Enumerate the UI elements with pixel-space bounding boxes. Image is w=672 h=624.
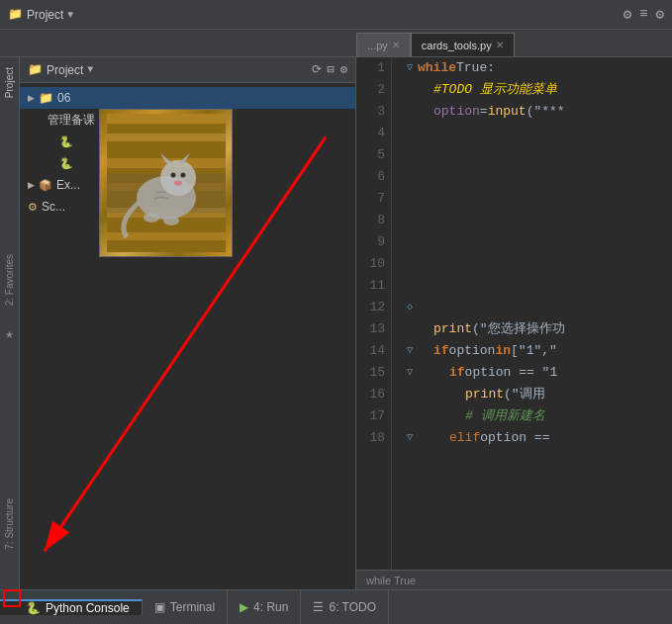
tab-cards-tools[interactable]: cards_tools.py ✕ [411,33,515,56]
code-line-17: # 调用新建名 [402,405,662,427]
line-num-2: 2 [362,79,385,101]
structure-label[interactable]: 7: Structure [4,498,15,550]
todo-tab[interactable]: ☰ 6: TODO [301,590,389,624]
svg-point-13 [180,173,185,178]
sc-icon: ⚙ [28,201,38,214]
tree-item-06[interactable]: ▶ 📁 06 [20,87,355,109]
fold-18: ▽ [402,427,418,449]
fold-12: ◇ [402,297,418,318]
top-bar: 📁 Project ▼ ⚙ ≡ ⚙ [0,0,672,30]
line-num-13: 13 [362,318,385,340]
code-line-10 [402,253,662,275]
cat-placeholder [100,110,232,256]
project-panel-title: Project [47,63,83,77]
tab-py-close[interactable]: ✕ [392,40,400,50]
code-line-18: ▽ elif option == [402,427,662,449]
line-num-4: 4 [362,123,385,144]
favorites-label[interactable]: 2: Favorites [4,254,15,306]
code-area[interactable]: ▽ while True: #TODO 显示功能菜单 option = inpu… [392,57,672,570]
code-line-9 [402,231,662,253]
tab-cards-close[interactable]: ✕ [496,40,504,50]
python-icon: 🐍 [26,601,41,615]
fold-1: ▽ [402,57,418,79]
line-num-8: 8 [362,210,385,231]
code-line-2: #TODO 显示功能菜单 [402,79,662,101]
fold-14: ▽ [402,340,418,362]
project-icon: 📁 [8,7,23,22]
tab-bar: ...py ✕ cards_tools.py ✕ [0,30,672,57]
code-line-15: ▽ if option == "1 [402,362,662,384]
folder-06-label: 06 [57,91,70,105]
python-console-label: Python Console [46,601,130,615]
project-arrow[interactable]: ▼ [65,9,75,20]
cat-svg [107,114,226,252]
code-line-6 [402,166,662,188]
svg-point-12 [170,173,175,178]
line-num-11: 11 [362,275,385,297]
code-line-4 [402,123,662,144]
svg-point-16 [163,216,179,225]
line-num-18: 18 [362,427,385,449]
project-panel: 📁 Project ▼ ⟳ ⊟ ⚙ ▶ 📁 06 管理备课 🐍 [20,57,356,589]
run-tab[interactable]: ▶ 4: Run [228,590,301,624]
tab-py-file[interactable]: ...py ✕ [356,33,411,56]
editor-content: 1 2 3 4 5 6 7 8 9 10 11 12 13 14 15 16 1… [356,57,672,570]
folder-icon: 📁 [28,62,43,77]
line-num-17: 17 [362,405,385,427]
code-line-7 [402,188,662,210]
star-icon[interactable]: ★ [5,325,13,342]
while-true-text: while True [366,575,416,586]
folder-06-icon: 📁 [39,91,53,105]
python-console-tab-container: 🐍 Python Console [0,599,143,615]
settings-icon[interactable]: ⚙ [624,6,631,23]
guanli-label: 管理备课 [48,112,95,129]
svg-point-14 [174,181,182,186]
code-line-12: ◇ [402,297,662,318]
sync-icon[interactable]: ⟳ [312,62,322,77]
line-num-16: 16 [362,384,385,405]
editor-panel: 1 2 3 4 5 6 7 8 9 10 11 12 13 14 15 16 1… [356,57,672,589]
line-num-12: 12 [362,297,385,318]
project-strip-label[interactable]: Project [4,67,15,98]
run-label: 4: Run [253,600,288,614]
code-line-16: print ("调用 [402,384,662,405]
tab-cards-label: cards_tools.py [422,40,492,51]
line-num-14: 14 [362,340,385,362]
line-num-1: 1 [362,57,385,79]
project-title: Project [27,8,63,22]
fold-15: ▽ [402,362,418,384]
code-line-11 [402,275,662,297]
code-line-1: ▽ while True: [402,57,662,79]
todo-icon: ☰ [313,600,324,614]
cat-image [99,109,233,257]
project-panel-header: 📁 Project ▼ ⟳ ⊟ ⚙ [20,57,355,83]
terminal-icon: ▣ [154,600,165,614]
svg-rect-2 [107,134,226,141]
red-square-indicator [3,589,21,607]
bottom-bar: 🐍 Python Console ▣ Terminal ▶ 4: Run ☰ 6… [0,589,672,624]
terminal-tab[interactable]: ▣ Terminal [143,590,228,624]
main-layout: Project 2: Favorites ★ 7: Structure 📁 Pr… [0,57,672,589]
sc-label: Sc... [42,200,65,214]
collapse-icon[interactable]: ⊟ [328,62,335,77]
gear-icon[interactable]: ⚙ [656,6,664,23]
line-numbers: 1 2 3 4 5 6 7 8 9 10 11 12 13 14 15 16 1… [356,57,392,570]
settings2-icon[interactable]: ⚙ [340,62,347,77]
layout-icon[interactable]: ≡ [639,6,647,23]
ext-label: Ex... [56,178,80,192]
folder-arrow-icon: ▶ [28,93,35,103]
svg-point-15 [144,213,159,223]
python-console-tab[interactable]: 🐍 Python Console [0,599,143,615]
terminal-label: Terminal [170,600,215,614]
code-line-5 [402,144,662,166]
left-sidebar-strip: Project 2: Favorites ★ 7: Structure [0,57,20,589]
line-num-9: 9 [362,231,385,253]
line-num-5: 5 [362,144,385,166]
top-bar-icons: ⚙ ≡ ⚙ [624,6,664,23]
line-num-6: 6 [362,166,385,188]
code-line-14: ▽ if option in ["1"," [402,340,662,362]
line-num-7: 7 [362,188,385,210]
run-icon: ▶ [240,600,248,614]
project-panel-arrow[interactable]: ▼ [87,64,93,75]
line-num-15: 15 [362,362,385,384]
